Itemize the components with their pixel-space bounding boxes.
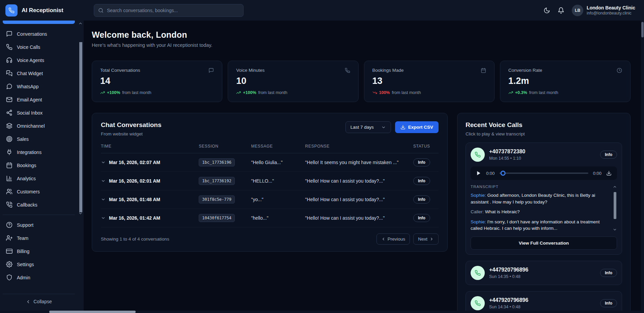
- transcript-message: Sophie: I'm sorry, I don't have any info…: [471, 219, 610, 232]
- call-avatar: [471, 266, 485, 280]
- table-row[interactable]: Mar 16, 2026, 02:07 AM 1bc_17736196 "Hel…: [101, 153, 439, 172]
- bar-chart-icon: [6, 175, 12, 182]
- sidebar-item-voice-agents[interactable]: Voice Agents: [3, 54, 75, 67]
- sidebar-item-callbacks[interactable]: Callbacks: [3, 198, 75, 211]
- call-meta: Mon 14:55 • 1:10: [489, 156, 525, 161]
- transcript-label: TRANSCRIPT: [471, 185, 610, 189]
- account-menu[interactable]: LB London Beauty Clinic info@londonbeaut…: [572, 5, 635, 16]
- transcript-section: TRANSCRIPT Sophie: Good afternoon, Londo…: [471, 185, 617, 232]
- page-horizontal-scrollbar[interactable]: [0, 311, 644, 313]
- sidebar-item-bookings[interactable]: Bookings: [3, 159, 75, 172]
- play-icon[interactable]: [476, 170, 481, 176]
- chevron-down-icon[interactable]: [101, 216, 106, 220]
- column-header-response: RESPONSE: [305, 144, 413, 153]
- chevron-down-icon[interactable]: [613, 227, 617, 232]
- next-page-button[interactable]: Next: [413, 233, 439, 245]
- sidebar-item-settings[interactable]: Settings: [3, 258, 75, 271]
- view-full-conversation-button[interactable]: View Full Conversation: [471, 237, 617, 250]
- voice-call-card[interactable]: +447920796896 Sun 14:34 • 0:48 Info: [466, 291, 622, 313]
- collapse-sidebar-button[interactable]: Collapse: [3, 294, 75, 310]
- search-icon: [98, 8, 104, 13]
- sidebar-item-voice-calls[interactable]: Voice Calls: [3, 40, 75, 54]
- info-button[interactable]: Info: [413, 195, 430, 204]
- stat-trend-pct: 100%: [379, 90, 390, 95]
- sidebar-item-admin[interactable]: Admin: [3, 271, 75, 284]
- chevron-up-icon[interactable]: [613, 185, 617, 189]
- column-header-time: TIME: [101, 144, 199, 153]
- sidebar-item-billing[interactable]: Billing: [3, 245, 75, 258]
- player-seek-slider[interactable]: [499, 173, 588, 174]
- sidebar-item-analytics[interactable]: Analytics: [3, 172, 75, 185]
- sidebar-item-customers[interactable]: Customers: [3, 185, 75, 198]
- info-button[interactable]: Info: [413, 158, 430, 166]
- previous-page-button[interactable]: Previous: [376, 233, 410, 245]
- export-csv-button[interactable]: Export CSV: [395, 121, 439, 133]
- search-bar[interactable]: [94, 4, 244, 17]
- sidebar-item-label: Customers: [17, 189, 40, 194]
- info-button[interactable]: Info: [413, 177, 430, 185]
- app-title: AI Receptionist: [22, 7, 63, 14]
- conversation-message: "yo...": [251, 190, 305, 209]
- sidebar-item-sales[interactable]: Sales: [3, 132, 75, 146]
- horizontal-scroll-thumb[interactable]: [49, 311, 136, 313]
- sidebar-scroll-thumb[interactable]: [79, 42, 82, 212]
- table-row[interactable]: Mar 16, 2026, 01:42 AM 10430f617754 "hel…: [101, 209, 439, 227]
- sidebar-item-conversations[interactable]: Conversations: [3, 27, 75, 40]
- voice-call-card[interactable]: +447920796896 Sun 14:35 • 0:48 Info: [466, 261, 622, 285]
- info-button[interactable]: Info: [600, 269, 617, 277]
- chevron-down-icon[interactable]: [101, 160, 106, 165]
- download-icon[interactable]: [606, 170, 612, 176]
- phone-icon: [345, 68, 350, 73]
- chevron-down-icon[interactable]: [101, 197, 106, 202]
- sidebar-item-team[interactable]: Team: [3, 231, 75, 245]
- sidebar-item-omnichannel[interactable]: Omnichannel: [3, 119, 75, 132]
- chevron-up-icon[interactable]: [78, 21, 83, 26]
- sidebar-item-label: Voice Calls: [17, 44, 40, 50]
- stat-value: 13: [372, 76, 486, 86]
- player-slider-thumb[interactable]: [500, 171, 505, 176]
- sidebar-item-whatsapp[interactable]: WhatsApp: [3, 80, 75, 93]
- sidebar-item-email-agent[interactable]: Email Agent: [3, 93, 75, 106]
- account-name: London Beauty Clinic: [587, 5, 635, 11]
- info-button[interactable]: Info: [600, 299, 617, 307]
- vertical-scroll-thumb[interactable]: [641, 22, 644, 37]
- search-input[interactable]: [107, 8, 239, 13]
- date-range-value: Last 7 days: [351, 125, 374, 130]
- sidebar-item-support[interactable]: Support: [3, 218, 75, 231]
- headphones-icon: [6, 57, 12, 63]
- transcript-scroll-thumb[interactable]: [614, 192, 616, 219]
- voice-call-card-expanded[interactable]: +40737872380 Mon 14:55 • 1:10 Info 0:00 …: [466, 143, 622, 255]
- mail-icon: [6, 96, 12, 103]
- avatar: LB: [572, 5, 583, 16]
- stat-card-conversion-rate: Conversion Rate 1.2m +0.3% from last mon…: [500, 61, 631, 102]
- sidebar-item-label: Omnichannel: [17, 123, 45, 129]
- page-vertical-scrollbar[interactable]: [641, 21, 644, 313]
- sidebar-item-label: Bookings: [17, 163, 36, 168]
- table-row[interactable]: Mar 16, 2026, 02:01 AM 1bc_17736192 "HEL…: [101, 172, 439, 190]
- table-row[interactable]: Mar 16, 2026, 01:48 AM 301f8c5e-779 "yo.…: [101, 190, 439, 209]
- audio-player: 0:00 0:00: [471, 166, 617, 180]
- shield-icon: [6, 274, 12, 281]
- date-range-select[interactable]: Last 7 days: [345, 121, 391, 133]
- conversation-time: Mar 16, 2026, 01:48 AM: [109, 197, 160, 202]
- sidebar-item-chat-widget[interactable]: Chat Widget: [3, 67, 75, 80]
- chevron-down-icon[interactable]: [78, 211, 83, 216]
- conversation-time: Mar 16, 2026, 02:01 AM: [109, 178, 160, 184]
- conversation-message: "Hello Giulia...": [251, 153, 305, 172]
- sidebar-item-integrations[interactable]: Integrations: [3, 146, 75, 159]
- calendar-icon: [481, 68, 486, 73]
- info-button[interactable]: Info: [413, 214, 430, 222]
- stat-label: Bookings Made: [372, 68, 404, 73]
- stat-value: 10: [236, 76, 350, 86]
- chevron-right-icon: [429, 237, 434, 241]
- info-button[interactable]: Info: [600, 151, 617, 159]
- notifications-bell-icon[interactable]: [558, 7, 564, 14]
- sidebar-item-label: Callbacks: [17, 202, 37, 208]
- theme-toggle-moon-icon[interactable]: [543, 7, 550, 14]
- sidebar-active-item-partial[interactable]: [3, 21, 75, 24]
- transcript-scrollbar[interactable]: [612, 185, 617, 232]
- chevron-down-icon[interactable]: [101, 179, 106, 183]
- speaker-name: Sophie:: [471, 193, 486, 198]
- sidebar-scrollbar[interactable]: [78, 21, 84, 313]
- sidebar-item-social-inbox[interactable]: Social Inbox: [3, 106, 75, 119]
